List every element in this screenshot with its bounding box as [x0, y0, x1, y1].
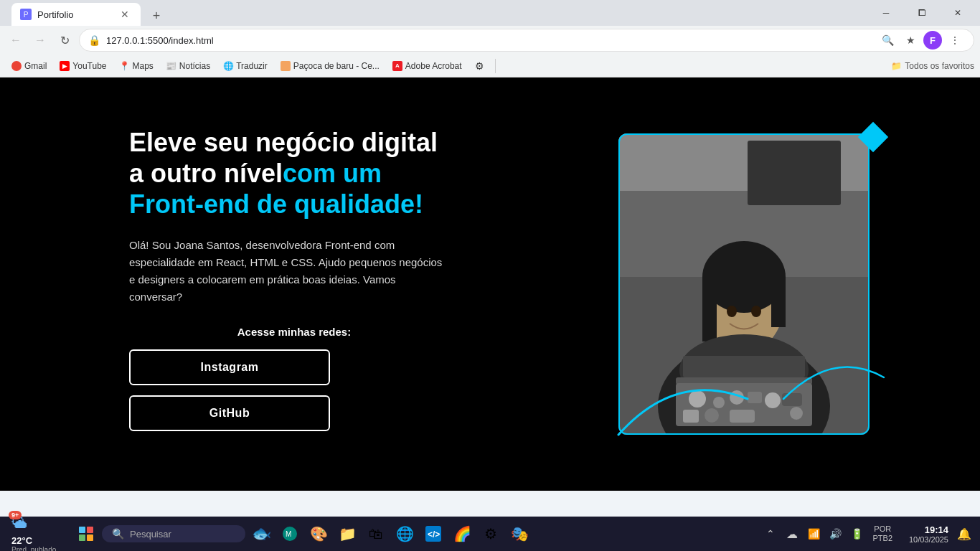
- maximize-button[interactable]: ⧠: [905, 2, 938, 24]
- tab-favicon: P: [20, 9, 32, 20]
- svg-point-23: [727, 306, 737, 317]
- start-button[interactable]: [73, 521, 99, 547]
- adobe-favicon: A: [392, 61, 402, 71]
- language-indicator[interactable]: POR PTB2: [872, 524, 892, 543]
- tray-cloud-icon[interactable]: ☁: [782, 524, 802, 544]
- taskbar-meet-icon[interactable]: M: [277, 521, 303, 547]
- bookmark-github[interactable]: ⚙: [469, 59, 491, 73]
- address-text: 127.0.0.1:5500/index.html: [106, 35, 872, 46]
- notification-button[interactable]: 🔔: [954, 524, 974, 544]
- svg-point-24: [751, 306, 761, 317]
- title-bar: P Portifolio ✕ + ─ ⧠ ✕: [0, 0, 980, 26]
- pacoca-favicon: [281, 61, 291, 71]
- svg-rect-3: [748, 141, 841, 205]
- taskbar-figma2-icon[interactable]: 🎭: [507, 521, 532, 547]
- menu-icon[interactable]: ⋮: [945, 30, 965, 50]
- back-button[interactable]: ←: [6, 30, 26, 50]
- address-bar-row: ← → ↻ 🔒 127.0.0.1:5500/index.html 🔍 ★ F …: [0, 26, 980, 55]
- bookmark-gmail[interactable]: Gmail: [6, 59, 52, 73]
- tabs-bar: P Portifolio ✕ +: [11, 0, 864, 26]
- profile-avatar[interactable]: F: [923, 31, 942, 50]
- youtube-label: YouTube: [72, 61, 106, 71]
- taskbar-store-icon[interactable]: 🛍: [363, 521, 389, 547]
- arc-decoration: [604, 356, 762, 442]
- bookmarks-divider: [495, 59, 496, 73]
- noticias-favicon: 📰: [166, 61, 176, 71]
- bookmarks-bar: Gmail ▶ YouTube 📍 Maps 📰 Notícias 🌐 Trad…: [0, 55, 980, 77]
- tray-battery-icon[interactable]: 🔋: [847, 524, 867, 544]
- close-button[interactable]: ✕: [941, 2, 974, 24]
- taskbar-fish-icon[interactable]: 🐟: [248, 521, 274, 547]
- new-tab-button[interactable]: +: [146, 6, 166, 26]
- maps-label: Maps: [133, 61, 154, 71]
- webpage: Eleve seu negócio digital a outro nívelc…: [0, 77, 980, 491]
- adobe-label: Adobe Acrobat: [405, 61, 462, 71]
- traduzir-label: Traduzir: [236, 61, 268, 71]
- bookmarks-all-button[interactable]: 📁 Todos os favoritos: [891, 61, 974, 71]
- gmail-label: Gmail: [24, 61, 47, 71]
- taskbar-edge-icon[interactable]: 🌐: [392, 521, 418, 547]
- language-variant: PTB2: [872, 534, 892, 543]
- address-bar[interactable]: 🔒 127.0.0.1:5500/index.html 🔍 ★ F ⋮: [79, 29, 974, 52]
- taskbar-folder-icon[interactable]: 📁: [334, 521, 360, 547]
- taskbar-rainbow-icon[interactable]: 🌈: [449, 521, 475, 547]
- hero-photo-frame: [618, 133, 870, 435]
- social-label: Acesse minhas redes:: [129, 326, 459, 338]
- minimize-button[interactable]: ─: [870, 2, 903, 24]
- forward-button[interactable]: →: [30, 30, 50, 50]
- search-placeholder-text: Pesquisar: [130, 529, 171, 540]
- bookmark-maps[interactable]: 📍 Maps: [114, 59, 159, 73]
- hero-section: Eleve seu negócio digital a outro nívelc…: [0, 77, 980, 491]
- active-tab[interactable]: P Portifolio ✕: [11, 3, 141, 26]
- taskbar-chrome-icon[interactable]: ⚙: [478, 521, 504, 547]
- window-controls: ─ ⧠ ✕: [870, 2, 974, 24]
- svg-text:</>: </>: [428, 529, 440, 540]
- address-icons: 🔍 ★ F ⋮: [877, 30, 965, 50]
- taskbar: 9+ 🌥 22°C Pred. nublado 🔍 Pesquisar 🐟 M …: [0, 517, 980, 551]
- taskbar-right: ⌃ ☁ 📶 🔊 🔋 POR PTB2 19:14 10/03/2025 🔔: [760, 524, 974, 544]
- bookmark-youtube[interactable]: ▶ YouTube: [54, 59, 112, 73]
- hero-title-line1: Eleve seu negócio digital: [129, 128, 438, 157]
- pacoca-label: Paçoca de baru - Ce...: [293, 61, 380, 71]
- weather-description: Pred. nublado: [11, 546, 56, 551]
- bookmarks-folder-icon: 📁: [891, 61, 902, 71]
- hero-description: Olá! Sou Joana Santos, desenvolvedora Fr…: [129, 237, 445, 306]
- noticias-label: Notícias: [179, 61, 210, 71]
- hero-title: Eleve seu negócio digital a outro nívelc…: [129, 127, 459, 220]
- windows-grid-icon: [79, 527, 93, 541]
- search-magnifier-icon: 🔍: [112, 528, 124, 540]
- system-tray-icons: ⌃ ☁ 📶 🔊 🔋: [760, 524, 867, 544]
- instagram-button[interactable]: Instagram: [129, 349, 330, 385]
- github-button[interactable]: GitHub: [129, 395, 330, 431]
- bookmark-icon[interactable]: ★: [900, 30, 920, 50]
- tab-title: Portifolio: [37, 9, 112, 20]
- tray-up-icon[interactable]: ⌃: [760, 524, 781, 544]
- lock-icon: 🔒: [88, 34, 100, 46]
- weather-temperature: 22°C: [11, 535, 32, 546]
- hero-title-cyan: com um: [283, 159, 382, 188]
- reload-button[interactable]: ↻: [55, 30, 75, 50]
- bookmark-noticias[interactable]: 📰 Notícias: [161, 59, 216, 73]
- hero-left: Eleve seu negócio digital a outro nívelc…: [129, 127, 459, 442]
- search-icon[interactable]: 🔍: [877, 30, 897, 50]
- tray-wifi-icon[interactable]: 📶: [804, 524, 824, 544]
- bookmark-pacoca[interactable]: Paçoca de baru - Ce...: [275, 59, 385, 73]
- taskbar-figma-icon[interactable]: 🎨: [306, 521, 331, 547]
- taskbar-search[interactable]: 🔍 Pesquisar: [102, 525, 245, 542]
- svg-rect-8: [771, 277, 786, 327]
- taskbar-weather[interactable]: 9+ 🌥 22°C Pred. nublado: [6, 514, 70, 551]
- tray-volume-icon[interactable]: 🔊: [825, 524, 845, 544]
- svg-rect-7: [702, 277, 717, 342]
- bookmark-traduzir[interactable]: 🌐 Traduzir: [217, 59, 273, 73]
- traduzir-favicon: 🌐: [223, 61, 233, 71]
- hero-right: [565, 133, 923, 435]
- arc-decoration-2: [776, 342, 891, 413]
- tab-close-button[interactable]: ✕: [118, 7, 132, 22]
- taskbar-vscode-icon[interactable]: </>: [420, 521, 446, 547]
- gmail-favicon: [11, 61, 22, 71]
- browser-chrome: P Portifolio ✕ + ─ ⧠ ✕ ← → ↻ 🔒 127.0.0.1…: [0, 0, 980, 77]
- bookmark-adobe[interactable]: A Adobe Acrobat: [387, 59, 468, 73]
- taskbar-clock[interactable]: 19:14 10/03/2025: [898, 524, 948, 544]
- bookmarks-all-label: Todos os favoritos: [905, 61, 974, 71]
- time-display: 19:14: [925, 524, 948, 535]
